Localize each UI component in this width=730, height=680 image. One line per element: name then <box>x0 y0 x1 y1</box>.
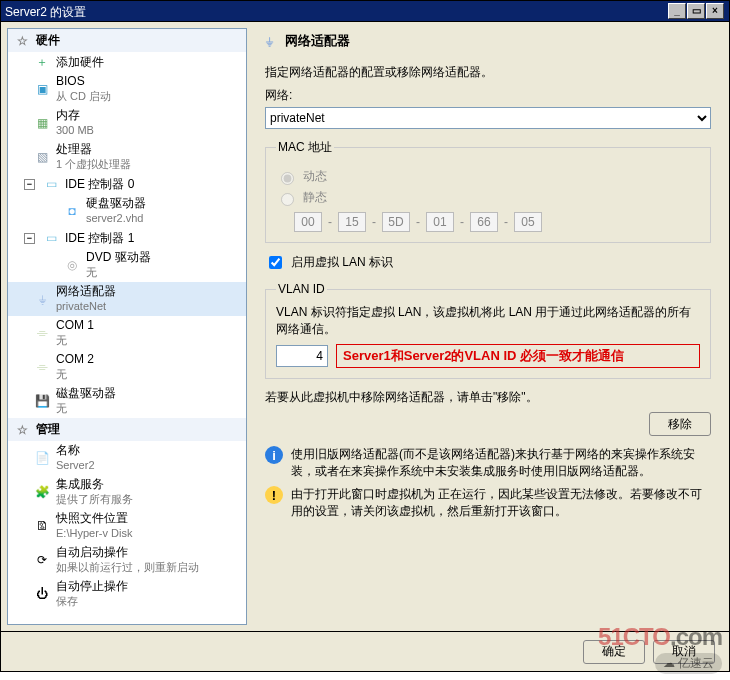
warning-vm-running: ! 由于打开此窗口时虚拟机为 正在运行，因此某些设置无法修改。若要修改不可用的设… <box>265 486 711 520</box>
tree-auto-start[interactable]: ⟳ 自动启动操作如果以前运行过，则重新启动 <box>8 543 246 577</box>
management-icon: ☆ <box>14 422 30 438</box>
tree-floppy[interactable]: 💾 磁盘驱动器无 <box>8 384 246 418</box>
collapse-icon[interactable]: − <box>24 179 35 190</box>
controller-icon: ▭ <box>43 230 59 246</box>
serial-icon: ⌯ <box>34 359 50 375</box>
info-legacy-adapter: i 使用旧版网络适配器(而不是该网络适配器)来执行基于网络的来宾操作系统安装，或… <box>265 446 711 480</box>
mac-octet-0[interactable] <box>294 212 322 232</box>
mac-legend: MAC 地址 <box>276 139 334 156</box>
section-management[interactable]: ☆ 管理 <box>8 418 246 441</box>
snapshot-icon: 🖻 <box>34 518 50 534</box>
mac-dynamic-label: 动态 <box>303 168 327 185</box>
info-text: 使用旧版网络适配器(而不是该网络适配器)来执行基于网络的来宾操作系统安装，或者在… <box>291 446 711 480</box>
enable-vlan-row: 启用虚拟 LAN 标识 <box>265 253 711 272</box>
mac-static-label: 静态 <box>303 189 327 206</box>
controller-icon: ▭ <box>43 176 59 192</box>
mac-dynamic-radio[interactable] <box>281 172 294 185</box>
tree-integration-services[interactable]: 🧩 集成服务提供了所有服务 <box>8 475 246 509</box>
content-intro: 指定网络适配器的配置或移除网络适配器。 <box>265 64 711 81</box>
info-icon: i <box>265 446 283 464</box>
memory-icon: ▦ <box>34 115 50 131</box>
vlan-note: Server1和Server2的VLAN ID 必须一致才能通信 <box>336 344 700 368</box>
mac-static-row: 静态 <box>276 189 700 206</box>
enable-vlan-label: 启用虚拟 LAN 标识 <box>291 254 393 271</box>
vlan-id-input[interactable] <box>276 345 328 367</box>
vlan-fieldset: VLAN ID VLAN 标识符指定虚拟 LAN，该虚拟机将此 LAN 用于通过… <box>265 282 711 379</box>
vlan-description: VLAN 标识符指定虚拟 LAN，该虚拟机将此 LAN 用于通过此网络适配器的所… <box>276 304 700 338</box>
tree-add-hardware[interactable]: ＋ 添加硬件 <box>8 52 246 72</box>
enable-vlan-checkbox[interactable] <box>269 256 282 269</box>
section-management-label: 管理 <box>36 421 60 438</box>
ok-button[interactable]: 确定 <box>583 640 645 664</box>
network-label: 网络: <box>265 87 711 104</box>
add-hardware-icon: ＋ <box>34 54 50 70</box>
collapse-icon[interactable]: − <box>24 233 35 244</box>
cpu-icon: ▧ <box>34 149 50 165</box>
network-select[interactable]: privateNet <box>265 107 711 129</box>
services-icon: 🧩 <box>34 484 50 500</box>
cancel-button[interactable]: 取消 <box>653 640 715 664</box>
mac-octet-1[interactable] <box>338 212 366 232</box>
chip-icon: ▣ <box>34 81 50 97</box>
tree-dvd[interactable]: ◎ DVD 驱动器无 <box>8 248 246 282</box>
hardware-icon: ☆ <box>14 33 30 49</box>
warning-icon: ! <box>265 486 283 504</box>
tree-com1[interactable]: ⌯ COM 1无 <box>8 316 246 350</box>
vlan-legend: VLAN ID <box>276 282 327 296</box>
content-pane: ⏚ 网络适配器 指定网络适配器的配置或移除网络适配器。 网络: privateN… <box>253 28 723 625</box>
tree-network-adapter[interactable]: ⏚ 网络适配器privateNet <box>8 282 246 316</box>
section-hardware[interactable]: ☆ 硬件 <box>8 29 246 52</box>
section-hardware-label: 硬件 <box>36 32 60 49</box>
hdd-icon: ◘ <box>64 203 80 219</box>
tree-ide0[interactable]: − ▭ IDE 控制器 0 <box>8 174 246 194</box>
mac-dynamic-row: 动态 <box>276 168 700 185</box>
tree-bios[interactable]: ▣ BIOS从 CD 启动 <box>8 72 246 106</box>
network-icon: ⏚ <box>261 33 277 49</box>
tree-processor[interactable]: ▧ 处理器1 个虚拟处理器 <box>8 140 246 174</box>
network-icon: ⏚ <box>34 291 50 307</box>
remove-hint: 若要从此虚拟机中移除网络适配器，请单击"移除"。 <box>265 389 711 406</box>
serial-icon: ⌯ <box>34 325 50 341</box>
tree-hdd[interactable]: ◘ 硬盘驱动器server2.vhd <box>8 194 246 228</box>
titlebar[interactable]: Server2 的设置 _ ▭ × <box>0 0 730 22</box>
tree-memory[interactable]: ▦ 内存300 MB <box>8 106 246 140</box>
autostop-icon: ⏻ <box>34 586 50 602</box>
content-title: 网络适配器 <box>285 32 350 50</box>
mac-octet-3[interactable] <box>426 212 454 232</box>
tree-ide1[interactable]: − ▭ IDE 控制器 1 <box>8 228 246 248</box>
mac-octet-5[interactable] <box>514 212 542 232</box>
settings-tree[interactable]: ☆ 硬件 ＋ 添加硬件 ▣ BIOS从 CD 启动 ▦ 内存300 MB ▧ 处… <box>7 28 247 625</box>
floppy-icon: 💾 <box>34 393 50 409</box>
mac-octet-2[interactable] <box>382 212 410 232</box>
mac-fieldset: MAC 地址 动态 静态 - - - - - <box>265 139 711 243</box>
tree-auto-stop[interactable]: ⏻ 自动停止操作保存 <box>8 577 246 611</box>
tree-name[interactable]: 📄 名称Server2 <box>8 441 246 475</box>
minimize-button[interactable]: _ <box>668 3 686 19</box>
tree-snapshot-location[interactable]: 🖻 快照文件位置E:\Hyper-v Disk <box>8 509 246 543</box>
window-title: Server2 的设置 <box>5 1 86 21</box>
page-icon: 📄 <box>34 450 50 466</box>
dvd-icon: ◎ <box>64 257 80 273</box>
autostart-icon: ⟳ <box>34 552 50 568</box>
warning-text: 由于打开此窗口时虚拟机为 正在运行，因此某些设置无法修改。若要修改不可用的设置，… <box>291 486 711 520</box>
content-header: ⏚ 网络适配器 <box>253 28 723 58</box>
mac-static-radio[interactable] <box>281 193 294 206</box>
dialog-footer: 确定 取消 <box>0 632 730 672</box>
mac-fields: - - - - - <box>294 212 700 232</box>
mac-octet-4[interactable] <box>470 212 498 232</box>
close-button[interactable]: × <box>706 3 724 19</box>
window-buttons: _ ▭ × <box>668 1 725 21</box>
remove-button[interactable]: 移除 <box>649 412 711 436</box>
dialog-body: ☆ 硬件 ＋ 添加硬件 ▣ BIOS从 CD 启动 ▦ 内存300 MB ▧ 处… <box>0 22 730 632</box>
tree-com2[interactable]: ⌯ COM 2无 <box>8 350 246 384</box>
maximize-button[interactable]: ▭ <box>687 3 705 19</box>
